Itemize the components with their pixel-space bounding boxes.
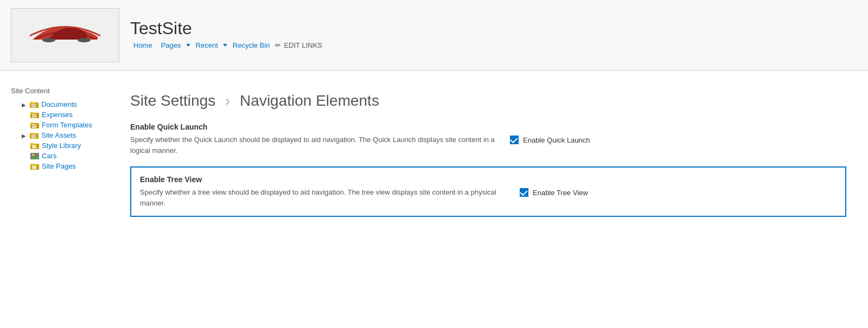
- expand-arrow-icon[interactable]: ▶: [22, 102, 27, 107]
- nav-recent[interactable]: Recent: [193, 40, 221, 50]
- car-logo-icon: [22, 15, 108, 55]
- site-title: TestSite: [130, 20, 322, 37]
- tree-view-title: Enable Tree View: [140, 175, 837, 184]
- folder-icon: [30, 121, 39, 129]
- quick-launch-description: Specify whether the Quick Launch should …: [130, 134, 499, 156]
- tree-view-description: Specify whether a tree view should be di…: [140, 187, 509, 208]
- sidebar-link-style-library[interactable]: Style Library: [42, 142, 81, 150]
- svg-rect-5: [31, 104, 36, 107]
- nav-recycle-bin[interactable]: Recycle Bin: [229, 40, 273, 50]
- sidebar-item-style-library[interactable]: Style Library: [11, 140, 98, 151]
- edit-links-label[interactable]: EDIT LINKS: [284, 41, 322, 49]
- pages-chevron-icon[interactable]: [186, 44, 190, 47]
- nav-pages[interactable]: Pages: [158, 40, 184, 50]
- svg-rect-14: [30, 123, 34, 124]
- svg-rect-24: [30, 143, 34, 145]
- pencil-icon: ✏: [275, 41, 281, 49]
- sidebar-link-form-templates[interactable]: Form Templates: [42, 121, 92, 129]
- tree-view-control-label: Enable Tree View: [533, 189, 588, 197]
- folder-icon: [30, 163, 39, 170]
- quick-launch-checkbox[interactable]: [510, 136, 519, 144]
- tree-view-control: Enable Tree View: [520, 187, 628, 197]
- recent-chevron-icon[interactable]: [223, 44, 227, 47]
- header: TestSite Home Pages Recent Recycle Bin ✏…: [0, 0, 868, 70]
- nav-recent-dropdown[interactable]: Recent: [193, 40, 227, 50]
- logo-box: [11, 8, 119, 62]
- nav-pages-dropdown[interactable]: Pages: [158, 40, 190, 50]
- sidebar-link-cars[interactable]: Cars: [42, 152, 56, 160]
- main-layout: Site Content ▶ Documents: [0, 70, 868, 249]
- sidebar-item-site-assets[interactable]: ▶ Site Assets: [11, 130, 98, 140]
- sidebar-item-expenses[interactable]: Expenses: [11, 110, 98, 120]
- folder-icon: [30, 101, 39, 108]
- sidebar-link-site-pages[interactable]: Site Pages: [42, 162, 76, 170]
- logo-area: TestSite Home Pages Recent Recycle Bin ✏…: [11, 8, 322, 62]
- svg-rect-29: [30, 164, 34, 165]
- folder-icon: [30, 111, 39, 119]
- svg-rect-20: [31, 134, 36, 138]
- image-icon: [30, 152, 39, 160]
- sidebar-link-expenses[interactable]: Expenses: [42, 111, 73, 119]
- folder-icon: [30, 132, 39, 139]
- svg-rect-10: [32, 114, 36, 118]
- svg-rect-19: [30, 133, 33, 134]
- quick-launch-control: Enable Quick Launch: [510, 134, 618, 144]
- page-heading: Site Settings › Navigation Elements: [130, 92, 846, 110]
- sidebar-item-form-templates[interactable]: Form Templates: [11, 120, 98, 130]
- nav-home[interactable]: Home: [130, 40, 156, 50]
- svg-rect-15: [32, 124, 36, 128]
- sidebar-item-site-pages[interactable]: Site Pages: [11, 161, 98, 171]
- svg-point-0: [42, 38, 55, 42]
- svg-point-1: [78, 38, 91, 42]
- content-area: Site Settings › Navigation Elements Enab…: [108, 81, 868, 239]
- sidebar-link-documents[interactable]: Documents: [41, 100, 77, 108]
- sidebar-section-title: Site Content: [11, 87, 98, 95]
- svg-rect-9: [30, 112, 34, 114]
- svg-rect-25: [32, 145, 36, 149]
- folder-icon: [30, 142, 39, 150]
- svg-rect-4: [30, 102, 33, 104]
- quick-launch-control-label: Enable Quick Launch: [523, 136, 590, 144]
- sidebar: Site Content ▶ Documents: [0, 81, 108, 239]
- site-identity: TestSite Home Pages Recent Recycle Bin ✏…: [130, 20, 322, 50]
- sidebar-item-documents[interactable]: ▶ Documents: [11, 99, 98, 110]
- tree-view-body: Specify whether a tree view should be di…: [140, 187, 837, 208]
- nav-links: Home Pages Recent Recycle Bin ✏ EDIT LIN…: [130, 40, 322, 50]
- quick-launch-section: Enable Quick Launch Specify whether the …: [130, 123, 846, 156]
- expand-arrow-icon[interactable]: ▶: [22, 133, 27, 138]
- svg-rect-30: [32, 165, 36, 169]
- heading-separator: ›: [225, 92, 230, 109]
- quick-launch-title: Enable Quick Launch: [130, 123, 846, 131]
- sidebar-item-cars[interactable]: Cars: [11, 151, 98, 161]
- edit-links[interactable]: ✏ EDIT LINKS: [275, 41, 322, 49]
- quick-launch-body: Specify whether the Quick Launch should …: [130, 134, 846, 156]
- tree-view-checkbox[interactable]: [520, 188, 528, 197]
- sidebar-link-site-assets[interactable]: Site Assets: [41, 131, 76, 139]
- page-title: Site Settings: [130, 92, 215, 109]
- page-subtitle: Navigation Elements: [240, 92, 379, 109]
- tree-view-section: Enable Tree View Specify whether a tree …: [130, 166, 846, 217]
